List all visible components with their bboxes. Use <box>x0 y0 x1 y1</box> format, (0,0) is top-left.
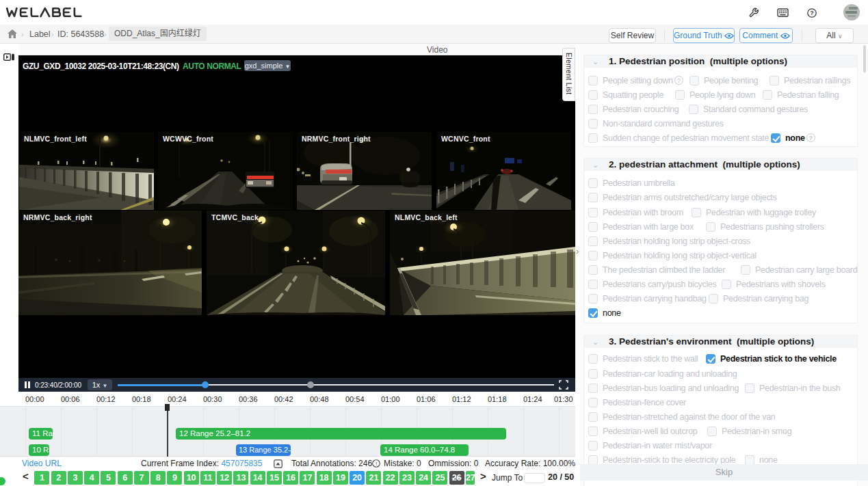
svg-text:!: ! <box>376 461 377 467</box>
svg-text:?: ? <box>810 10 814 16</box>
